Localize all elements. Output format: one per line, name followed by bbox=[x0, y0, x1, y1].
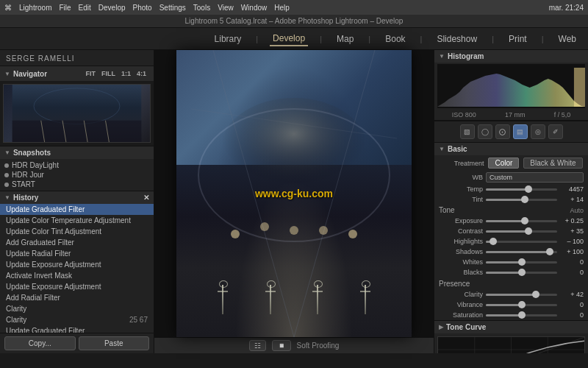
vibrance-label: Vibrance bbox=[439, 301, 483, 308]
contrast-slider[interactable] bbox=[486, 230, 557, 233]
redeye-tool[interactable]: ⨀ bbox=[495, 124, 510, 139]
menu-develop[interactable]: Develop bbox=[98, 4, 126, 12]
menu-view[interactable]: View bbox=[218, 4, 234, 12]
history-item-3[interactable]: Add Graduated Filter bbox=[0, 237, 154, 248]
menu-window[interactable]: Window bbox=[241, 4, 268, 12]
basic-header[interactable]: ▼ Basic bbox=[434, 143, 588, 155]
nav-slideshow[interactable]: Slideshow bbox=[434, 32, 480, 46]
snapshots-section: ▼ Snapshots HDR DayLight HDR Jour START bbox=[0, 146, 154, 191]
menu-edit[interactable]: Edit bbox=[79, 4, 91, 12]
svg-rect-17 bbox=[574, 68, 585, 107]
vibrance-slider[interactable] bbox=[486, 304, 557, 306]
snapshot-hdrjour[interactable]: HDR Jour bbox=[4, 170, 149, 180]
snapshot-start[interactable]: START bbox=[4, 180, 149, 189]
snapshots-triangle: ▼ bbox=[4, 149, 10, 156]
figure-1 bbox=[222, 285, 223, 314]
apple-menu[interactable]: ⌘ bbox=[4, 4, 12, 12]
treatment-color-button[interactable]: Color bbox=[488, 158, 519, 169]
menu-help[interactable]: Help bbox=[274, 4, 290, 12]
photo-compare-button[interactable]: ◽ bbox=[272, 340, 291, 351]
history-item-1[interactable]: Update Color Temperature Adjustment bbox=[0, 215, 154, 226]
snapshots-header[interactable]: ▼ Snapshots bbox=[0, 146, 154, 159]
histogram-header[interactable]: ▼ Histogram bbox=[434, 50, 588, 63]
auto-button[interactable]: Auto bbox=[570, 207, 584, 214]
whites-slider[interactable] bbox=[486, 261, 557, 263]
shadows-slider[interactable] bbox=[486, 251, 557, 253]
app-name[interactable]: Lightroom bbox=[19, 4, 51, 12]
menu-file[interactable]: File bbox=[59, 4, 71, 12]
exposure-thumb bbox=[521, 217, 528, 224]
wb-dropdown[interactable]: Custom bbox=[486, 172, 584, 183]
exposure-row: Exposure + 0.25 bbox=[434, 216, 588, 226]
history-header[interactable]: ▼ History ✕ bbox=[0, 191, 154, 204]
histogram-canvas bbox=[437, 64, 585, 108]
history-item-8[interactable]: Add Radial Filter bbox=[0, 292, 154, 303]
navigator-header-left: ▼ Navigator bbox=[4, 70, 47, 78]
tint-slider[interactable] bbox=[486, 199, 557, 201]
snapshot-dot-3 bbox=[4, 183, 9, 187]
history-item-10[interactable]: Clarity 25 67 bbox=[0, 314, 154, 325]
history-header-left: ▼ History bbox=[4, 194, 38, 202]
history-item-5[interactable]: Update Exposure Adjustment bbox=[0, 259, 154, 270]
nav-sep-5: | bbox=[492, 35, 494, 43]
tone-curve-header[interactable]: ▶ Tone Curve bbox=[434, 321, 588, 333]
adjustment-brush-tool[interactable]: ✐ bbox=[548, 124, 563, 139]
zoom-1to1[interactable]: 1:1 bbox=[121, 70, 131, 77]
iso-info: ISO 800 bbox=[452, 111, 476, 118]
photo-grid-button[interactable]: ☷ bbox=[249, 340, 266, 351]
contrast-thumb bbox=[525, 227, 532, 235]
crop-tool[interactable]: ▧ bbox=[460, 124, 475, 139]
zoom-4to1[interactable]: 4:1 bbox=[137, 70, 146, 77]
clarity-fill bbox=[486, 294, 536, 296]
zoom-fill[interactable]: FILL bbox=[101, 70, 115, 77]
clarity-row: Clarity + 42 bbox=[434, 289, 588, 300]
tint-value: + 14 bbox=[560, 196, 584, 203]
temp-value: 4457 bbox=[560, 185, 584, 193]
navigator-header[interactable]: ▼ Navigator FIT FILL 1:1 4:1 bbox=[0, 66, 154, 81]
saturation-slider[interactable] bbox=[486, 314, 557, 316]
menu-photo[interactable]: Photo bbox=[133, 4, 152, 12]
nav-book[interactable]: Book bbox=[382, 32, 408, 46]
history-item-9[interactable]: Clarity bbox=[0, 303, 154, 314]
highlights-slider[interactable] bbox=[486, 241, 557, 243]
history-item-7[interactable]: Update Exposure Adjustment bbox=[0, 281, 154, 292]
treatment-bw-button[interactable]: Black & White bbox=[523, 158, 582, 169]
nav-library[interactable]: Library bbox=[212, 32, 245, 46]
copy-button[interactable]: Copy... bbox=[4, 336, 76, 350]
blacks-slider[interactable] bbox=[486, 272, 557, 274]
highlights-value: – 100 bbox=[560, 238, 584, 245]
temp-thumb bbox=[525, 185, 532, 193]
clarity-slider[interactable] bbox=[486, 294, 557, 296]
nav-web[interactable]: Web bbox=[556, 32, 579, 46]
spot-removal-tool[interactable]: ◯ bbox=[478, 124, 492, 139]
vibrance-fill bbox=[486, 304, 522, 306]
nav-map[interactable]: Map bbox=[334, 32, 356, 46]
history-item-11[interactable]: Update Graduated Filter bbox=[0, 325, 154, 333]
history-item-2[interactable]: Update Color Tint Adjustment bbox=[0, 226, 154, 237]
paste-button[interactable]: Paste bbox=[79, 336, 150, 350]
saturation-fill bbox=[486, 314, 522, 316]
saturation-label: Saturation bbox=[439, 311, 483, 319]
menu-settings[interactable]: Settings bbox=[159, 4, 186, 12]
history-item-0[interactable]: Update Graduated Filter bbox=[0, 204, 154, 215]
nav-print[interactable]: Print bbox=[506, 32, 530, 46]
shadows-row: Shadows + 100 bbox=[434, 247, 588, 257]
navigator-preview[interactable] bbox=[3, 84, 151, 143]
highlights-label: Highlights bbox=[439, 238, 483, 245]
history-item-4[interactable]: Update Radial Filter bbox=[0, 248, 154, 259]
zoom-fit[interactable]: FIT bbox=[85, 70, 96, 77]
graduated-filter-tool[interactable]: ▤ bbox=[513, 124, 528, 139]
snapshot-hdrdaylight[interactable]: HDR DayLight bbox=[4, 160, 149, 170]
nav-develop[interactable]: Develop bbox=[270, 32, 308, 46]
temp-slider[interactable] bbox=[486, 188, 557, 191]
nav-sep-6: | bbox=[542, 35, 544, 43]
history-close-icon[interactable]: ✕ bbox=[143, 194, 149, 202]
history-list[interactable]: Update Graduated Filter Update Color Tem… bbox=[0, 204, 154, 333]
soft-proofing-label: Soft Proofing bbox=[297, 342, 340, 350]
history-item-6[interactable]: Activate Invert Mask bbox=[0, 270, 154, 281]
radial-filter-tool[interactable]: ◎ bbox=[531, 124, 545, 139]
tone-curve-section: ▶ Tone Curve bbox=[434, 321, 588, 353]
figure-3 bbox=[317, 285, 318, 314]
menu-tools[interactable]: Tools bbox=[193, 4, 210, 12]
exposure-slider[interactable] bbox=[486, 220, 557, 222]
